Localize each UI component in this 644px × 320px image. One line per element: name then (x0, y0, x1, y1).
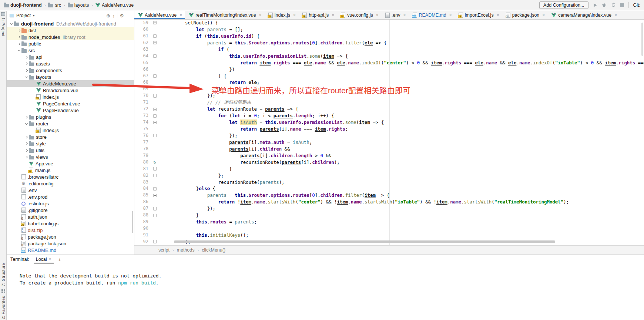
editor-vscrollbar[interactable] (641, 23, 643, 56)
tree-item[interactable]: style (7, 140, 134, 147)
tree-item[interactable]: ⚙.editorconfig (7, 180, 134, 187)
tree-item[interactable]: PageContent.vue (7, 100, 134, 107)
close-icon[interactable]: × (542, 13, 545, 18)
tree-item[interactable]: index.js (7, 127, 134, 134)
fold-icon[interactable] (151, 106, 158, 112)
close-icon[interactable]: × (49, 257, 51, 262)
fold-icon[interactable] (151, 192, 158, 199)
fold-icon[interactable] (151, 205, 158, 212)
editor-hscrollbar[interactable] (174, 240, 555, 243)
debug-icon[interactable] (602, 3, 607, 7)
terminal-tab-local[interactable]: Local × (34, 255, 53, 264)
fold-icon[interactable] (151, 53, 158, 60)
tree-scrollbar[interactable] (132, 211, 133, 233)
editor-tab[interactable]: .env× (382, 11, 409, 19)
fold-icon[interactable] (151, 92, 158, 99)
breadcrumb-item[interactable]: src (48, 3, 61, 8)
tree-item[interactable]: App.vue (7, 160, 134, 167)
tree-expand-icon[interactable] (24, 77, 29, 78)
git-label[interactable]: Git: (633, 3, 640, 8)
fold-icon[interactable] (151, 185, 158, 192)
project-panel-title[interactable]: Project (16, 13, 31, 18)
editor-tab[interactable]: README.md× (409, 11, 455, 19)
tree-item[interactable]: Breadcrumb.vue (7, 87, 134, 94)
run-icon[interactable] (593, 3, 597, 7)
favorites-stripe-button[interactable]: 2: Favorites (1, 296, 6, 319)
locate-file-icon[interactable]: ⊕ (106, 13, 110, 18)
close-icon[interactable]: × (497, 13, 499, 18)
breadcrumb-item[interactable]: layouts (68, 3, 89, 8)
tree-item[interactable]: views (7, 154, 134, 160)
tree-expand-icon[interactable] (24, 123, 29, 124)
tree-item[interactable]: babel.config.js (7, 220, 134, 227)
hide-panel-icon[interactable]: — (126, 13, 131, 18)
editor-breadcrumb-item[interactable]: script (158, 247, 170, 253)
gear-icon[interactable]: ⚙ (120, 13, 124, 18)
fold-icon[interactable] (151, 112, 158, 119)
fold-icon[interactable] (151, 40, 158, 46)
code-editor[interactable]: 59setRoute() {60 let parents = [];61 if … (134, 20, 644, 245)
tree-item[interactable]: .gitignore (7, 207, 134, 213)
tree-expand-icon[interactable] (9, 23, 14, 24)
add-configuration-button[interactable]: Add Configuration... (539, 1, 588, 9)
breadcrumb-item[interactable]: AsideMenu.vue (95, 3, 134, 8)
recursive-call-icon[interactable]: ↻ (151, 159, 158, 166)
fold-icon[interactable] (151, 239, 158, 245)
tree-expand-icon[interactable] (16, 36, 21, 38)
close-icon[interactable]: × (403, 13, 406, 18)
editor-tab[interactable]: realTimeMonitoring\index.vue× (185, 11, 265, 19)
tree-item[interactable]: src (7, 47, 134, 54)
tree-expand-icon[interactable] (24, 143, 29, 145)
tree-expand-icon[interactable] (24, 56, 29, 58)
fold-icon[interactable] (151, 172, 158, 179)
tree-item[interactable]: router (7, 120, 134, 127)
tree-expand-icon[interactable] (16, 50, 21, 51)
tree-item[interactable]: index.js (7, 94, 134, 100)
tree-item[interactable]: dist.zip (7, 227, 134, 233)
fold-icon[interactable] (151, 33, 158, 40)
tree-item[interactable]: node_moduleslibrary root (7, 34, 134, 40)
close-icon[interactable]: × (449, 13, 452, 18)
fold-icon[interactable] (151, 212, 158, 219)
terminal-output[interactable]: Note that the development build is not o… (7, 264, 644, 286)
rerun-coverage-icon[interactable] (611, 3, 616, 7)
tree-item[interactable]: package.json (7, 233, 134, 240)
tree-item[interactable]: components (7, 67, 134, 74)
tree-item[interactable]: auth.json (7, 213, 134, 220)
editor-tab[interactable]: cameraManage\index.vue× (548, 11, 620, 19)
tree-item[interactable]: .env (7, 187, 134, 193)
tree-item[interactable]: README.md (7, 247, 134, 253)
tree-expand-icon[interactable] (16, 30, 21, 31)
collapse-all-icon[interactable]: ↕ (113, 13, 115, 18)
structure-stripe-button[interactable]: 7: Structure (1, 263, 6, 286)
editor-tab[interactable]: http-api.js× (299, 11, 337, 19)
editor-breadcrumb-item[interactable]: clickMenu() (202, 247, 225, 253)
tree-item[interactable]: package-lock.json (7, 240, 134, 247)
tree-expand-icon[interactable] (24, 136, 29, 138)
tree-item[interactable]: utils (7, 147, 134, 154)
fold-icon[interactable] (151, 73, 158, 80)
tree-expand-icon[interactable] (24, 116, 29, 118)
tree-item[interactable]: assets (7, 60, 134, 67)
tree-item[interactable]: .env.prod (7, 193, 134, 200)
close-icon[interactable]: × (332, 13, 334, 18)
tree-item[interactable]: dist (7, 27, 134, 34)
fold-icon[interactable] (151, 132, 158, 139)
tree-expand-icon[interactable] (16, 43, 21, 45)
editor-tab[interactable]: index.js× (265, 11, 299, 19)
project-stripe-button[interactable]: 1: Project (1, 11, 6, 36)
tree-item[interactable]: .browserslistrc (7, 174, 134, 180)
tree-item[interactable]: PageHeader.vue (7, 107, 134, 114)
close-icon[interactable]: × (614, 13, 617, 18)
grid-icon[interactable] (1, 289, 5, 293)
tree-expand-icon[interactable] (24, 70, 29, 71)
tree-item[interactable]: layouts (7, 74, 134, 80)
tree-item[interactable]: AsideMenu.vue (7, 80, 134, 87)
close-icon[interactable]: × (376, 13, 379, 18)
editor-tab[interactable]: importExcel.js× (455, 11, 502, 19)
tree-item[interactable]: duoji-frontendD:\zheheWeb\duoji-frontend (7, 20, 134, 27)
close-icon[interactable]: × (293, 13, 296, 18)
tree-item[interactable]: main.js (7, 167, 134, 174)
tree-item[interactable]: public (7, 40, 134, 47)
close-icon[interactable]: × (259, 13, 262, 18)
